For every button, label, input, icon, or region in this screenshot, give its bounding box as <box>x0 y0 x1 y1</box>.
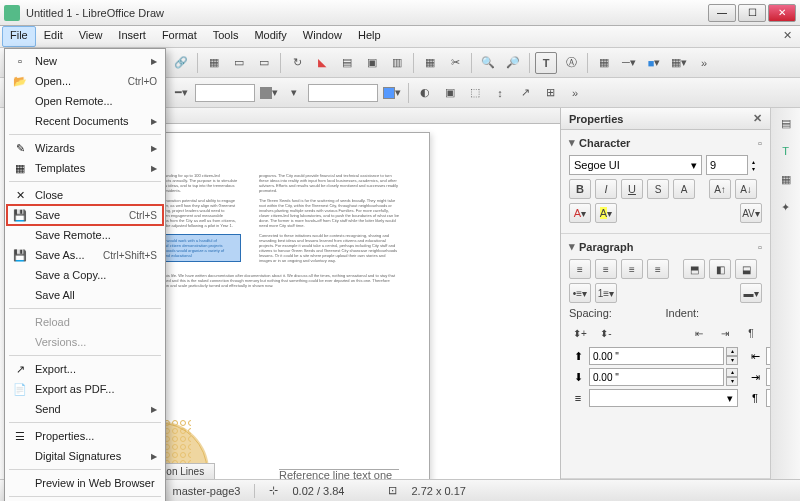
inc-spacing[interactable]: ⬍+ <box>569 323 591 343</box>
btn-fill[interactable]: ■▾ <box>643 52 665 74</box>
menu-format[interactable]: Format <box>154 26 205 47</box>
valign-bot[interactable]: ⬓ <box>735 259 757 279</box>
filemenu-export-as-pdf-[interactable]: 📄Export as PDF... <box>7 379 163 399</box>
btn-more[interactable]: » <box>693 52 715 74</box>
linecolor[interactable]: ▾ <box>258 82 280 104</box>
shadow-button[interactable]: A <box>673 179 695 199</box>
btn-text[interactable]: T <box>535 52 557 74</box>
dec-indent[interactable]: ⇥ <box>714 323 736 343</box>
dec-spacing[interactable]: ⬍- <box>595 323 617 343</box>
highlight-button[interactable]: A▾ <box>595 203 617 223</box>
fillcolor[interactable]: ▾ <box>381 82 403 104</box>
fillstyle[interactable]: ▾ <box>283 82 305 104</box>
increase-button[interactable]: A↑ <box>709 179 731 199</box>
filemenu-save[interactable]: 💾SaveCtrl+S <box>7 205 163 225</box>
close-button[interactable]: ✕ <box>768 4 796 22</box>
section-more-icon[interactable]: ▫ <box>758 137 762 149</box>
decrease-button[interactable]: A↓ <box>735 179 757 199</box>
menu-edit[interactable]: Edit <box>36 26 71 47</box>
effect3[interactable]: ⬚ <box>464 82 486 104</box>
btn-zoom[interactable]: 🔍 <box>477 52 499 74</box>
filemenu-templates[interactable]: ▦Templates▶ <box>7 158 163 178</box>
valign-top[interactable]: ⬒ <box>683 259 705 279</box>
btn-extrude[interactable]: ▦ <box>593 52 615 74</box>
numbers[interactable]: 1≡▾ <box>595 283 617 303</box>
valign-mid[interactable]: ◧ <box>709 259 731 279</box>
btn-line[interactable]: ─▾ <box>618 52 640 74</box>
menu-file[interactable]: File <box>2 26 36 47</box>
btn-shadow[interactable]: ▦ <box>419 52 441 74</box>
menu-help[interactable]: Help <box>350 26 389 47</box>
btn-image[interactable]: ▭ <box>253 52 275 74</box>
filemenu-properties-[interactable]: ☰Properties... <box>7 426 163 446</box>
font-select[interactable]: Segoe UI▾ <box>569 155 702 175</box>
linestyle[interactable]: ━▾ <box>170 82 192 104</box>
btn-rotate[interactable]: ↻ <box>286 52 308 74</box>
btn-flip[interactable]: ◣ <box>311 52 333 74</box>
filemenu-save-a-copy-[interactable]: Save a Copy... <box>7 265 163 285</box>
properties-close-icon[interactable]: ✕ <box>753 112 762 125</box>
effect2[interactable]: ▣ <box>439 82 461 104</box>
filemenu-digital-signatures[interactable]: Digital Signatures▶ <box>7 446 163 466</box>
doc-close-icon[interactable]: ✕ <box>777 26 798 47</box>
menu-insert[interactable]: Insert <box>110 26 154 47</box>
maximize-button[interactable]: ☐ <box>738 4 766 22</box>
effect6[interactable]: ⊞ <box>539 82 561 104</box>
filemenu-recent-documents[interactable]: Recent Documents▶ <box>7 111 163 131</box>
rt-nav[interactable]: ✦ <box>775 196 797 218</box>
italic-button[interactable]: I <box>595 179 617 199</box>
filemenu-open-remote-[interactable]: Open Remote... <box>7 91 163 111</box>
filemenu-new[interactable]: ▫New▶ <box>7 51 163 71</box>
fontcolor-button[interactable]: A▾ <box>569 203 591 223</box>
rt-styles[interactable]: T <box>775 140 797 162</box>
chevron-down-icon[interactable]: ▾ <box>569 136 575 149</box>
filemenu-save-all[interactable]: Save All <box>7 285 163 305</box>
effect4[interactable]: ↕ <box>489 82 511 104</box>
linespacing[interactable]: ▾ <box>589 389 738 407</box>
menu-window[interactable]: Window <box>295 26 350 47</box>
space-above[interactable] <box>589 347 724 365</box>
bold-button[interactable]: B <box>569 179 591 199</box>
btn-crop[interactable]: ✂ <box>444 52 466 74</box>
btn-zoomfit[interactable]: 🔎 <box>502 52 524 74</box>
spacing-button[interactable]: AV▾ <box>740 203 762 223</box>
fillselect[interactable] <box>308 84 378 102</box>
chevron-down-icon-2[interactable]: ▾ <box>569 240 575 253</box>
align-center[interactable]: ≡ <box>595 259 617 279</box>
btn-more2[interactable]: » <box>564 82 586 104</box>
first-indent[interactable]: ¶ <box>740 323 762 343</box>
bgcolor[interactable]: ▬▾ <box>740 283 762 303</box>
filemenu-save-as-[interactable]: 💾Save As...Ctrl+Shift+S <box>7 245 163 265</box>
btn-arrange[interactable]: ▣ <box>361 52 383 74</box>
filemenu-wizards[interactable]: ✎Wizards▶ <box>7 138 163 158</box>
align-justify[interactable]: ≡ <box>647 259 669 279</box>
menu-tools[interactable]: Tools <box>205 26 247 47</box>
btn-url[interactable]: 🔗 <box>170 52 192 74</box>
btn-distribute[interactable]: ▥ <box>386 52 408 74</box>
btn-fontwork[interactable]: Ⓐ <box>560 52 582 74</box>
inc-indent[interactable]: ⇤ <box>688 323 710 343</box>
filemenu-export-[interactable]: ↗Export... <box>7 359 163 379</box>
btn-table[interactable]: ▦ <box>203 52 225 74</box>
strike-button[interactable]: S <box>647 179 669 199</box>
space-below[interactable] <box>589 368 724 386</box>
effect5[interactable]: ↗ <box>514 82 536 104</box>
btn-chart[interactable]: ▭ <box>228 52 250 74</box>
effect1[interactable]: ◐ <box>414 82 436 104</box>
minimize-button[interactable]: — <box>708 4 736 22</box>
btn-align[interactable]: ▤ <box>336 52 358 74</box>
filemenu-save-remote-[interactable]: Save Remote... <box>7 225 163 245</box>
menu-modify[interactable]: Modify <box>246 26 294 47</box>
menu-view[interactable]: View <box>71 26 111 47</box>
align-right[interactable]: ≡ <box>621 259 643 279</box>
rt-properties[interactable]: ▤ <box>775 112 797 134</box>
underline-button[interactable]: U <box>621 179 643 199</box>
section-more-icon-2[interactable]: ▫ <box>758 241 762 253</box>
font-size[interactable]: 9 <box>706 155 748 175</box>
filemenu-close[interactable]: ✕Close <box>7 185 163 205</box>
align-left[interactable]: ≡ <box>569 259 591 279</box>
linewidth[interactable] <box>195 84 255 102</box>
bullets[interactable]: •≡▾ <box>569 283 591 303</box>
btn-shadow2[interactable]: ▦▾ <box>668 52 690 74</box>
filemenu-preview-in-web-browser[interactable]: Preview in Web Browser <box>7 473 163 493</box>
